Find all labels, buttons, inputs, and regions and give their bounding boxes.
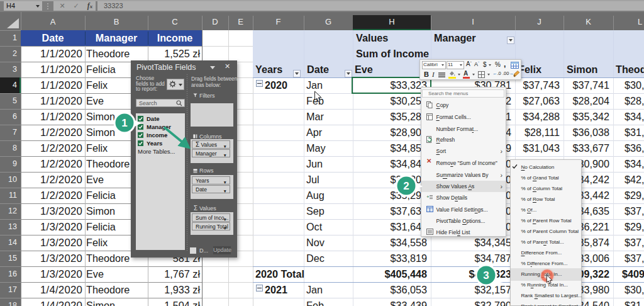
svg-text:+: + [426,194,430,200]
